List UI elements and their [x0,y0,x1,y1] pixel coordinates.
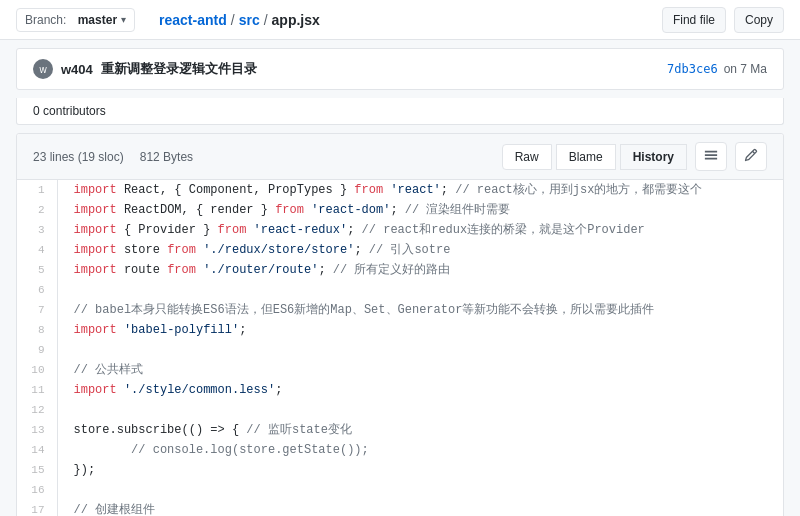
file-meta: 23 lines (19 sloc) 812 Bytes [33,150,193,164]
table-row: 11import './style/common.less'; [17,380,783,400]
edit-button[interactable] [735,142,767,171]
table-row: 16 [17,480,783,500]
file-size: 812 Bytes [140,150,193,164]
table-row: 8import 'babel-polyfill'; [17,320,783,340]
commit-hash-area: 7db3ce6 on 7 Ma [667,62,767,76]
line-code: // 公共样式 [57,360,783,380]
line-number[interactable]: 16 [17,480,57,500]
branch-label: Branch: [25,13,66,27]
copy-button[interactable]: Copy [734,7,784,33]
commit-message: 重新调整登录逻辑文件目录 [101,60,257,78]
display-toggle-button[interactable] [695,142,727,171]
line-number[interactable]: 9 [17,340,57,360]
chevron-down-icon: ▾ [121,14,126,25]
line-code: import ReactDOM, { render } from 'react-… [57,200,783,220]
line-code: import route from './router/route'; // 所… [57,260,783,280]
line-number[interactable]: 10 [17,360,57,380]
line-code [57,480,783,500]
raw-button[interactable]: Raw [502,144,552,170]
file-lines: 23 lines (19 sloc) [33,150,124,164]
line-code [57,280,783,300]
line-code: import './style/common.less'; [57,380,783,400]
table-row: 17// 创建根组件 [17,500,783,516]
find-file-button[interactable]: Find file [662,7,726,33]
breadcrumb-repo[interactable]: react-antd [159,12,227,28]
line-code: import { Provider } from 'react-redux'; … [57,220,783,240]
line-code: import React, { Component, PropTypes } f… [57,180,783,200]
table-row: 2import ReactDOM, { render } from 'react… [17,200,783,220]
line-code [57,340,783,360]
line-code: store.subscribe(() => { // 监听state变化 [57,420,783,440]
table-row: 12 [17,400,783,420]
line-code: // babel本身只能转换ES6语法，但ES6新增的Map、Set、Gener… [57,300,783,320]
line-code: import 'babel-polyfill'; [57,320,783,340]
blame-button[interactable]: Blame [556,144,616,170]
file-header: 23 lines (19 sloc) 812 Bytes Raw Blame H… [17,134,783,180]
line-number[interactable]: 3 [17,220,57,240]
code-table: 1import React, { Component, PropTypes } … [17,180,783,516]
file-container: 23 lines (19 sloc) 812 Bytes Raw Blame H… [16,133,784,516]
line-number[interactable]: 6 [17,280,57,300]
top-bar: Branch: master ▾ react-antd / src / app.… [0,0,800,40]
table-row: 13store.subscribe(() => { // 监听state变化 [17,420,783,440]
table-row: 7// babel本身只能转换ES6语法，但ES6新增的Map、Set、Gene… [17,300,783,320]
table-row: 6 [17,280,783,300]
breadcrumb-file: app.jsx [272,12,320,28]
line-code: // console.log(store.getState()); [57,440,783,460]
line-code: // 创建根组件 [57,500,783,516]
table-row: 9 [17,340,783,360]
line-number[interactable]: 1 [17,180,57,200]
line-number[interactable]: 4 [17,240,57,260]
history-button[interactable]: History [620,144,687,170]
table-row: 1import React, { Component, PropTypes } … [17,180,783,200]
line-number[interactable]: 13 [17,420,57,440]
branch-name: master [78,13,117,27]
line-number[interactable]: 11 [17,380,57,400]
line-code: }); [57,460,783,480]
top-bar-actions: Find file Copy [662,7,784,33]
table-row: 4import store from './redux/store/store'… [17,240,783,260]
line-number[interactable]: 2 [17,200,57,220]
line-number[interactable]: 17 [17,500,57,516]
line-number[interactable]: 5 [17,260,57,280]
table-row: 15}); [17,460,783,480]
commit-date: on 7 Ma [724,62,767,76]
breadcrumb-sep1: / [231,12,235,28]
commit-username: w404 [61,62,93,77]
breadcrumb-folder[interactable]: src [239,12,260,28]
branch-selector[interactable]: Branch: master ▾ [16,8,135,32]
table-row: 5import route from './router/route'; // … [17,260,783,280]
line-code: import store from './redux/store/store';… [57,240,783,260]
commit-info: w w404 重新调整登录逻辑文件目录 [33,59,257,79]
avatar: w [33,59,53,79]
table-row: 3import { Provider } from 'react-redux';… [17,220,783,240]
commit-hash[interactable]: 7db3ce6 [667,62,718,76]
contributors-bar: 0 contributors [16,98,784,125]
table-row: 10// 公共样式 [17,360,783,380]
line-number[interactable]: 8 [17,320,57,340]
line-number[interactable]: 7 [17,300,57,320]
line-number[interactable]: 15 [17,460,57,480]
line-number[interactable]: 14 [17,440,57,460]
table-row: 14 // console.log(store.getState()); [17,440,783,460]
file-actions: Raw Blame History [502,142,767,171]
line-number[interactable]: 12 [17,400,57,420]
breadcrumb-sep2: / [264,12,268,28]
breadcrumb: react-antd / src / app.jsx [159,12,320,28]
line-code [57,400,783,420]
contributors-count: 0 [33,104,40,118]
commit-bar: w w404 重新调整登录逻辑文件目录 7db3ce6 on 7 Ma [16,48,784,90]
